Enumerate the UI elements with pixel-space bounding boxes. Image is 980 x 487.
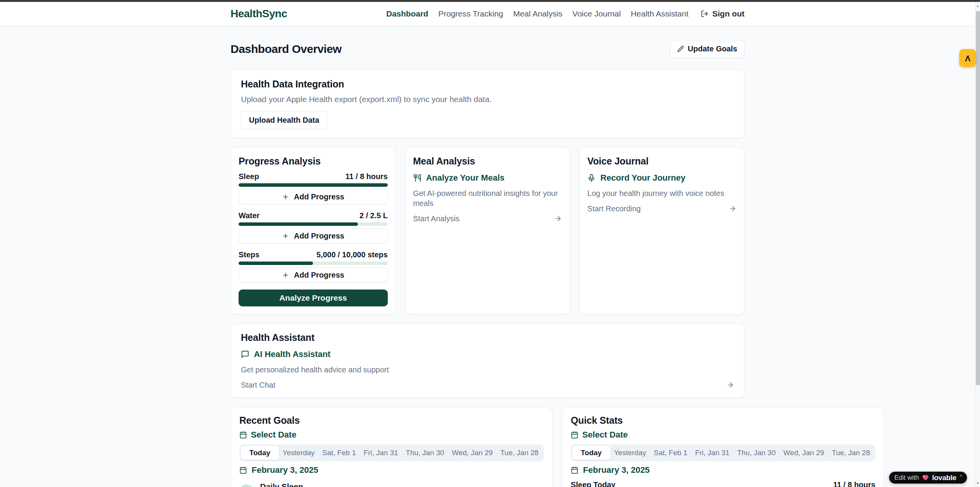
analyze-progress-button[interactable]: Analyze Progress bbox=[239, 290, 388, 306]
meal-analysis-card: Meal Analysis Analyze Your Meals Get AI-… bbox=[405, 147, 570, 314]
card-title: Health Assistant bbox=[241, 332, 734, 343]
plus-icon bbox=[282, 232, 289, 240]
date-tab-fri-jan-31[interactable]: Fri, Jan 31 bbox=[691, 446, 733, 460]
water-value: 2 / 2.5 L bbox=[359, 211, 387, 220]
mic-icon bbox=[587, 174, 596, 182]
update-goals-label: Update Goals bbox=[688, 44, 737, 53]
scrollbar[interactable]: ▲ ▼ bbox=[975, 2, 980, 487]
select-date-label: Select Date bbox=[582, 430, 628, 440]
main-nav: Dashboard Progress Tracking Meal Analysi… bbox=[386, 9, 744, 18]
sleep-value: 11 / 8 hours bbox=[346, 171, 388, 181]
selected-date-label: February 3, 2025 bbox=[252, 465, 318, 475]
update-goals-button[interactable]: Update Goals bbox=[670, 40, 744, 58]
nav-progress-tracking[interactable]: Progress Tracking bbox=[438, 9, 503, 18]
sign-out-label: Sign out bbox=[712, 9, 744, 18]
add-steps-progress-button[interactable]: Add Progress bbox=[239, 267, 388, 283]
badge-brand: lovable bbox=[932, 474, 956, 482]
start-analysis-link[interactable]: Start Analysis bbox=[413, 214, 562, 224]
recent-goals-card: Recent Goals Select Date Today Yesterday… bbox=[231, 407, 553, 487]
sleep-today-stat: Sleep Today 11 / 8 hours bbox=[571, 480, 875, 487]
upload-health-data-button[interactable]: Upload Health Data bbox=[241, 111, 327, 129]
plus-icon bbox=[282, 271, 289, 279]
scroll-down-arrow[interactable]: ▼ bbox=[975, 479, 980, 487]
add-progress-label: Add Progress bbox=[294, 192, 344, 201]
lovable-edit-button[interactable] bbox=[959, 49, 976, 67]
scrollbar-thumb[interactable] bbox=[976, 11, 980, 385]
app-logo[interactable]: HealthSync bbox=[231, 8, 287, 20]
arrow-right-icon bbox=[726, 381, 734, 389]
nav-dashboard[interactable]: Dashboard bbox=[386, 9, 428, 18]
chat-icon bbox=[241, 350, 249, 359]
window-top-strip bbox=[0, 0, 980, 2]
add-sleep-progress-button[interactable]: Add Progress bbox=[239, 189, 388, 204]
progress-analysis-card: Progress Analysis Sleep 11 / 8 hours Add… bbox=[231, 147, 396, 314]
steps-label: Steps bbox=[239, 250, 259, 260]
date-tab-fri-jan-31[interactable]: Fri, Jan 31 bbox=[360, 446, 402, 460]
select-date-label: Select Date bbox=[251, 430, 296, 440]
date-tab-thu-jan-30[interactable]: Thu, Jan 30 bbox=[733, 446, 779, 460]
sleep-progress-bar bbox=[239, 183, 388, 187]
close-icon[interactable]: × bbox=[959, 473, 962, 478]
sleep-label: Sleep bbox=[239, 171, 259, 181]
steps-value: 5,000 / 10,000 steps bbox=[316, 250, 388, 260]
arrow-right-icon bbox=[554, 215, 562, 222]
date-tabs: Today Yesterday Sat, Feb 1 Fri, Jan 31 T… bbox=[571, 444, 875, 461]
health-data-integration-card: Health Data Integration Upload your Appl… bbox=[231, 69, 744, 138]
date-tab-thu-jan-30[interactable]: Thu, Jan 30 bbox=[402, 446, 448, 460]
feature-link-label: Record Your Journey bbox=[600, 173, 685, 183]
card-title: Progress Analysis bbox=[239, 155, 388, 167]
feature-link-label: Analyze Your Meals bbox=[426, 173, 505, 183]
date-tab-wed-jan-29[interactable]: Wed, Jan 29 bbox=[779, 446, 828, 460]
start-chat-link[interactable]: Start Chat bbox=[241, 380, 734, 390]
nav-health-assistant[interactable]: Health Assistant bbox=[631, 9, 688, 18]
selected-date-label: February 3, 2025 bbox=[583, 465, 650, 475]
date-tab-yesterday[interactable]: Yesterday bbox=[610, 446, 650, 460]
steps-progress-bar bbox=[239, 262, 388, 265]
sign-out-button[interactable]: Sign out bbox=[701, 9, 744, 18]
analyze-your-meals-link[interactable]: Analyze Your Meals bbox=[413, 173, 562, 183]
feature-description: Get personalized health advice and suppo… bbox=[241, 365, 734, 375]
heart-icon bbox=[922, 474, 929, 481]
feature-link-label: AI Health Assistant bbox=[254, 349, 331, 359]
page-title: Dashboard Overview bbox=[231, 42, 341, 56]
badge-prefix: Edit with bbox=[894, 474, 919, 482]
card-title: Voice Journal bbox=[587, 155, 736, 167]
date-tab-today[interactable]: Today bbox=[572, 446, 610, 460]
water-metric: Water 2 / 2.5 L Add Progress bbox=[239, 211, 388, 243]
card-title: Health Data Integration bbox=[241, 78, 734, 90]
feature-action-label: Start Chat bbox=[241, 380, 275, 390]
ai-health-assistant-link[interactable]: AI Health Assistant bbox=[241, 349, 734, 359]
nav-meal-analysis[interactable]: Meal Analysis bbox=[513, 9, 562, 18]
scroll-up-arrow[interactable]: ▲ bbox=[975, 2, 980, 10]
log-out-icon bbox=[701, 10, 708, 18]
calendar-icon bbox=[239, 431, 247, 439]
record-your-journey-link[interactable]: Record Your Journey bbox=[587, 173, 736, 183]
add-water-progress-button[interactable]: Add Progress bbox=[239, 228, 388, 243]
start-recording-link[interactable]: Start Recording bbox=[587, 204, 736, 214]
quick-stats-card: Quick Stats Select Date Today Yesterday … bbox=[562, 407, 884, 487]
select-date-button[interactable]: Select Date bbox=[571, 430, 875, 440]
card-title: Recent Goals bbox=[239, 415, 544, 426]
app-header: HealthSync Dashboard Progress Tracking M… bbox=[0, 2, 975, 26]
edit-with-lovable-badge[interactable]: Edit with lovable × bbox=[889, 472, 967, 484]
add-progress-label: Add Progress bbox=[294, 271, 344, 280]
plus-icon bbox=[282, 193, 289, 201]
date-tab-sat-feb-1[interactable]: Sat, Feb 1 bbox=[318, 446, 360, 460]
selected-date: February 3, 2025 bbox=[571, 465, 875, 475]
nav-voice-journal[interactable]: Voice Journal bbox=[572, 9, 621, 18]
date-tab-wed-jan-29[interactable]: Wed, Jan 29 bbox=[448, 446, 496, 460]
date-tab-tue-jan-28[interactable]: Tue, Jan 28 bbox=[828, 446, 874, 460]
steps-metric: Steps 5,000 / 10,000 steps Add Progress bbox=[239, 250, 388, 283]
goal-name: Daily Sleep bbox=[260, 482, 303, 487]
stat-label: Sleep Today bbox=[571, 480, 615, 487]
check-icon bbox=[239, 484, 254, 487]
date-tab-today[interactable]: Today bbox=[241, 446, 279, 460]
water-progress-bar bbox=[239, 222, 388, 226]
date-tab-sat-feb-1[interactable]: Sat, Feb 1 bbox=[650, 446, 691, 460]
health-data-description: Upload your Apple Health export (export.… bbox=[241, 94, 734, 104]
select-date-button[interactable]: Select Date bbox=[239, 430, 544, 440]
date-tab-tue-jan-28[interactable]: Tue, Jan 28 bbox=[496, 446, 542, 460]
water-label: Water bbox=[239, 211, 260, 220]
card-title: Meal Analysis bbox=[413, 155, 562, 167]
date-tab-yesterday[interactable]: Yesterday bbox=[279, 446, 319, 460]
